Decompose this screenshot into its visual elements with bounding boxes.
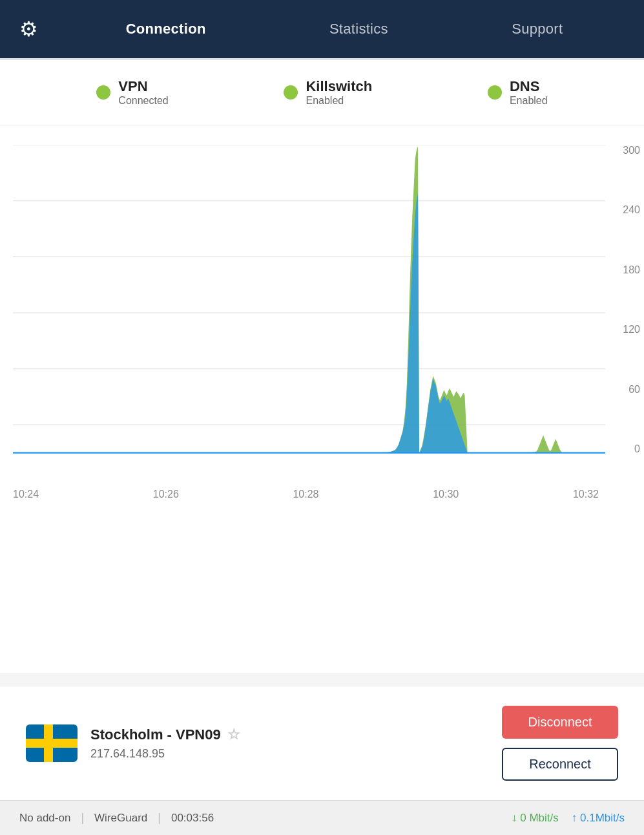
disconnect-button[interactable]: Disconnect <box>502 706 618 739</box>
svg-marker-8 <box>13 194 605 453</box>
y-label-1: 240 <box>623 204 640 216</box>
dns-value: Enabled <box>510 95 548 107</box>
y-label-3: 120 <box>623 324 640 335</box>
x-axis: 10:24 10:26 10:28 10:30 10:32 <box>13 483 605 500</box>
chart-svg <box>13 145 605 481</box>
footer-protocol: WireGuard <box>94 812 147 825</box>
tab-statistics[interactable]: Statistics <box>317 14 401 44</box>
vpn-label: VPN <box>118 78 168 95</box>
vpn-value: Connected <box>118 95 168 107</box>
dns-label: DNS <box>510 78 548 95</box>
dns-status-text: DNS Enabled <box>510 78 548 107</box>
y-label-5: 0 <box>634 443 640 455</box>
action-buttons: Disconnect Reconnect <box>502 706 618 781</box>
footer: No add-on | WireGuard | 00:03:56 ↓ 0 Mbi… <box>0 800 644 835</box>
svg-marker-7 <box>13 146 605 452</box>
header: ⚙ Connection Statistics Support <box>0 0 644 58</box>
server-details: Stockholm - VPN09 ☆ 217.64.148.95 <box>90 726 240 761</box>
y-label-2: 180 <box>623 264 640 276</box>
x-label-0: 10:24 <box>13 489 39 500</box>
dns-status-dot <box>488 85 502 100</box>
connection-info: Stockholm - VPN09 ☆ 217.64.148.95 Discon… <box>0 686 644 800</box>
y-label-0: 300 <box>623 145 640 156</box>
x-label-2: 10:28 <box>293 489 318 500</box>
vpn-status: VPN Connected <box>96 78 168 107</box>
server-info: Stockholm - VPN09 ☆ 217.64.148.95 <box>26 724 240 762</box>
chart-container: 10:24 10:26 10:28 10:30 10:32 300 240 18… <box>0 125 644 673</box>
footer-duration: 00:03:56 <box>171 812 214 825</box>
killswitch-label: Killswitch <box>306 78 372 95</box>
x-label-3: 10:30 <box>433 489 459 500</box>
vpn-status-dot <box>96 85 110 100</box>
server-name-text: Stockholm - VPN09 <box>90 726 221 743</box>
chart-wrapper: 10:24 10:26 10:28 10:30 10:32 300 240 18… <box>13 145 644 481</box>
dns-status: DNS Enabled <box>488 78 548 107</box>
speed-upload: ↑ 0.1Mbit/s <box>572 812 625 825</box>
status-bar: VPN Connected Killswitch Enabled DNS Ena… <box>0 60 644 125</box>
footer-sep-2: | <box>158 811 161 825</box>
server-name: Stockholm - VPN09 ☆ <box>90 726 240 743</box>
footer-sep-1: | <box>81 811 84 825</box>
reconnect-button[interactable]: Reconnect <box>502 748 618 781</box>
chart-area: 10:24 10:26 10:28 10:30 10:32 <box>13 145 605 481</box>
y-label-4: 60 <box>628 384 640 396</box>
killswitch-status-text: Killswitch Enabled <box>306 78 372 107</box>
tab-connection[interactable]: Connection <box>113 14 219 44</box>
speed-download: ↓ 0 Mbit/s <box>512 812 559 825</box>
favorite-star-icon[interactable]: ☆ <box>227 726 240 743</box>
footer-speed: ↓ 0 Mbit/s ↑ 0.1Mbit/s <box>512 812 625 825</box>
nav-tabs: Connection Statistics Support <box>64 14 625 44</box>
killswitch-value: Enabled <box>306 95 372 107</box>
x-label-4: 10:32 <box>573 489 599 500</box>
killswitch-status-dot <box>284 85 298 100</box>
vpn-status-text: VPN Connected <box>118 78 168 107</box>
server-ip: 217.64.148.95 <box>90 747 240 761</box>
tab-support[interactable]: Support <box>499 14 576 44</box>
killswitch-status: Killswitch Enabled <box>284 78 372 107</box>
settings-icon[interactable]: ⚙ <box>19 17 38 41</box>
y-axis: 300 240 180 120 60 0 <box>612 145 644 481</box>
x-label-1: 10:26 <box>153 489 179 500</box>
footer-addon: No add-on <box>19 812 70 825</box>
server-flag <box>26 724 78 762</box>
